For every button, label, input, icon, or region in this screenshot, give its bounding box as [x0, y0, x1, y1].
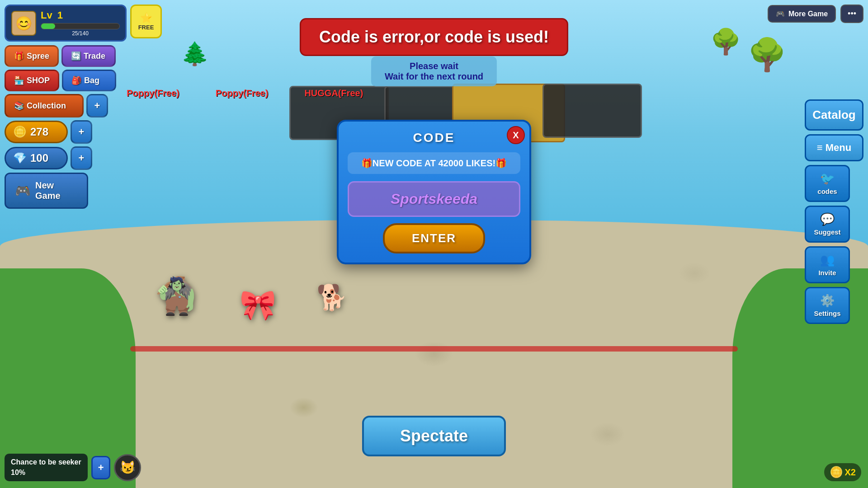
bag-label: Bag: [84, 76, 99, 85]
spree-label: Spree: [27, 52, 49, 61]
trade-icon: 🔄: [71, 51, 81, 61]
button-row-1: 🎁 Spree 🔄 Trade: [5, 45, 116, 67]
spectate-button[interactable]: Spectate: [362, 416, 506, 456]
gem-plus-button[interactable]: +: [71, 146, 92, 170]
new-game-label: New Game: [35, 180, 78, 201]
left-buttons-panel: 🎁 Spree 🔄 Trade 🏪 SHOP 🎒 Bag 📚 Collectio…: [5, 45, 116, 209]
people-icon: 👥: [820, 253, 835, 267]
enter-button[interactable]: ENTER: [383, 223, 485, 253]
suggest-button[interactable]: 💬 Suggest: [805, 206, 850, 243]
tree-left-1: 🌲: [181, 41, 209, 67]
wait-line1: Please wait: [385, 61, 483, 71]
plus-icon: +: [94, 100, 100, 112]
gem-plus-icon: +: [79, 152, 85, 164]
health-bar-fill: [41, 23, 55, 29]
seeker-line2: 10%: [11, 468, 81, 478]
seeker-plus-button[interactable]: +: [91, 456, 111, 479]
button-row-2: 🏪 SHOP 🎒 Bag: [5, 70, 116, 91]
chat-icon: 💬: [820, 212, 835, 226]
code-input-box[interactable]: Sportskeeda: [348, 181, 520, 217]
level-label: Lv: [41, 9, 52, 21]
error-text: Code is error,or code is used!: [319, 28, 549, 47]
more-game-label: More Game: [788, 10, 828, 18]
codes-button[interactable]: 🐦 codes: [805, 165, 850, 202]
settings-label: Settings: [814, 310, 840, 317]
seeker-panel: Chance to be seeker 10% + 😼: [5, 454, 141, 481]
shop-icon: 🏪: [14, 75, 24, 85]
coin-display: 🪙 278: [5, 121, 68, 143]
gamepad-icon: 🎮: [15, 183, 31, 198]
close-button[interactable]: X: [507, 126, 525, 144]
player-label-1: Poppy(Free): [127, 88, 179, 99]
wait-line2: Wait for the next round: [385, 71, 483, 82]
player-label-3: HUGGA(Free): [304, 88, 363, 99]
character-pink: 🎀: [240, 288, 276, 322]
top-left-panel: 😊 Lv 1 25/140 ⭐ FREE: [5, 5, 162, 42]
shop-label: SHOP: [27, 76, 50, 85]
player-label-2: Poppy(Free): [216, 88, 269, 99]
scoreboard-4: [542, 84, 642, 138]
trade-label: Trade: [84, 52, 105, 61]
collection-button[interactable]: 📚 Collection: [5, 94, 84, 117]
gamepad2-icon: 🎮: [776, 9, 785, 18]
x2-label: X2: [845, 467, 856, 478]
coin-row: 🪙 278 +: [5, 120, 116, 144]
free-badge[interactable]: ⭐ FREE: [130, 5, 162, 38]
player-labels: Poppy(Free) Poppy(Free) HUGGA(Free): [127, 88, 363, 99]
more-game-button[interactable]: 🎮 More Game: [768, 5, 836, 23]
collection-label: Collection: [27, 101, 66, 111]
codes-label: codes: [817, 188, 837, 195]
code-promo: 🎁NEW CODE AT 42000 LIKES!🎁: [348, 152, 520, 174]
shop-button[interactable]: 🏪 SHOP: [5, 70, 59, 91]
coin-plus-icon: +: [79, 126, 85, 138]
character-dog: 🐕: [316, 283, 348, 312]
avatar: 😊: [11, 11, 36, 36]
menu-label: ≡ Menu: [817, 142, 851, 154]
bag-button[interactable]: 🎒 Bag: [62, 70, 116, 91]
seeker-avatar: 😼: [114, 454, 141, 481]
new-game-button[interactable]: 🎮 New Game: [5, 173, 88, 209]
enter-label: ENTER: [412, 231, 456, 245]
trade-button[interactable]: 🔄 Trade: [61, 45, 116, 67]
catalog-label: Catalog: [812, 108, 855, 122]
spree-button[interactable]: 🎁 Spree: [5, 45, 59, 67]
code-title: CODE: [413, 131, 455, 145]
gem-amount: 100: [30, 152, 48, 164]
seeker-line1: Chance to be seeker: [11, 457, 81, 467]
player-info-panel: 😊 Lv 1 25/140: [5, 5, 127, 42]
gem-row: 💎 100 +: [5, 146, 116, 170]
tree-right-2: 🌳: [710, 27, 741, 56]
wait-message: Please wait Wait for the next round: [371, 56, 497, 86]
star-icon: ⭐: [140, 12, 152, 24]
code-input-text: Sportskeeda: [358, 191, 510, 207]
invite-label: Invite: [818, 269, 836, 277]
gear-icon: ⚙️: [820, 294, 835, 308]
tree-right-1: 🌳: [747, 36, 787, 73]
seeker-text-box: Chance to be seeker 10%: [5, 454, 88, 481]
coin-amount: 278: [30, 126, 48, 138]
right-buttons-panel: Catalog ≡ Menu 🐦 codes 💬 Suggest 👥 Invit…: [805, 99, 863, 324]
twitter-icon: 🐦: [820, 172, 835, 186]
bag-icon: 🎒: [71, 75, 81, 85]
coin-plus-button[interactable]: +: [71, 120, 92, 144]
spree-icon: 🎁: [14, 51, 24, 61]
dots-icon: •••: [848, 9, 856, 18]
top-right-panel: 🎮 More Game •••: [768, 5, 863, 23]
catalog-button[interactable]: Catalog: [805, 99, 863, 131]
level-value: 1: [57, 9, 63, 21]
player-details: Lv 1 25/140: [41, 9, 120, 37]
button-row-3: 📚 Collection +: [5, 94, 116, 117]
code-modal-header: CODE X: [348, 131, 520, 145]
dots-button[interactable]: •••: [840, 5, 863, 23]
coin-icon: 🪙: [13, 126, 27, 138]
error-banner: Code is error,or code is used!: [300, 18, 568, 56]
x2-coin-icon: 🪙: [830, 466, 843, 479]
gem-icon: 💎: [13, 152, 27, 164]
menu-button[interactable]: ≡ Menu: [805, 134, 863, 161]
invite-button[interactable]: 👥 Invite: [805, 246, 850, 283]
code-modal: CODE X 🎁NEW CODE AT 42000 LIKES!🎁 Sports…: [337, 120, 531, 264]
x2-badge: 🪙 X2: [824, 463, 861, 481]
settings-button[interactable]: ⚙️ Settings: [805, 287, 850, 324]
collection-plus-button[interactable]: +: [86, 94, 108, 117]
track: [130, 346, 738, 352]
